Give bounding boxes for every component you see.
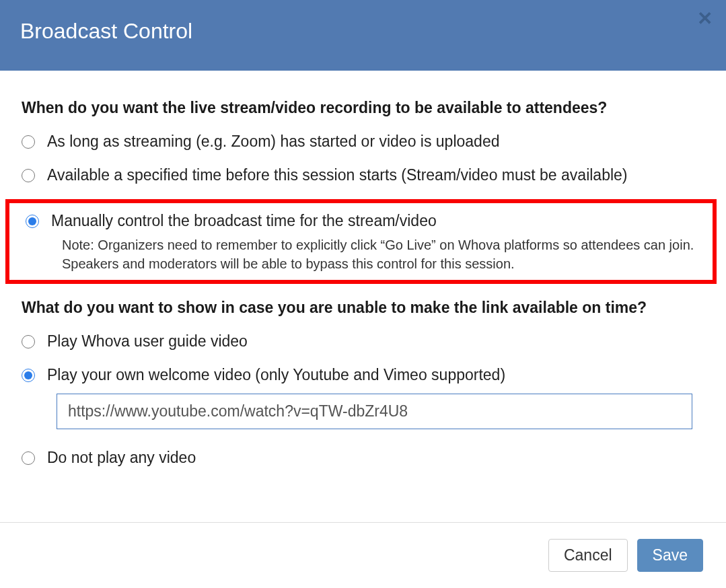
fallback-radio-0[interactable] — [22, 335, 35, 348]
save-button[interactable]: Save — [637, 539, 703, 572]
fallback-option-whova-guide[interactable]: Play Whova user guide video — [22, 332, 704, 352]
modal-title: Broadcast Control — [20, 19, 706, 44]
fallback-radio-1[interactable] — [22, 369, 35, 382]
availability-label-0: As long as streaming (e.g. Zoom) has sta… — [47, 132, 704, 152]
availability-heading: When do you want the live stream/video r… — [22, 98, 704, 118]
modal-header: Broadcast Control ✕ — [0, 0, 726, 71]
fallback-label-0: Play Whova user guide video — [47, 332, 704, 352]
availability-radio-1[interactable] — [22, 169, 35, 182]
availability-label-1: Available a specified time before this s… — [47, 166, 704, 186]
availability-option-specified-time[interactable]: Available a specified time before this s… — [22, 166, 704, 186]
broadcast-control-modal: Broadcast Control ✕ When do you want the… — [0, 0, 726, 588]
modal-body: When do you want the live stream/video r… — [0, 71, 726, 522]
modal-footer: Cancel Save — [0, 522, 726, 588]
note-prefix: Note: — [62, 237, 98, 252]
fallback-label-2: Do not play any video — [47, 448, 704, 468]
availability-radio-0[interactable] — [22, 135, 35, 149]
cancel-button[interactable]: Cancel — [548, 539, 628, 572]
welcome-video-url-input[interactable] — [57, 394, 692, 429]
fallback-label-1: Play your own welcome video (only Youtub… — [47, 365, 704, 385]
highlighted-option-box: Manually control the broadcast time for … — [5, 199, 717, 284]
availability-option-streaming-started[interactable]: As long as streaming (e.g. Zoom) has sta… — [22, 132, 704, 152]
fallback-option-no-video[interactable]: Do not play any video — [22, 448, 704, 468]
fallback-option-own-video[interactable]: Play your own welcome video (only Youtub… — [22, 365, 704, 435]
availability-label-2: Manually control the broadcast time for … — [51, 211, 704, 231]
note-text: Organizers need to remember to explicitl… — [62, 237, 694, 271]
close-icon[interactable]: ✕ — [697, 9, 713, 28]
availability-note-2: Note: Organizers need to remember to exp… — [62, 235, 704, 273]
fallback-heading: What do you want to show in case you are… — [22, 297, 704, 318]
availability-option-manual-control[interactable]: Manually control the broadcast time for … — [26, 211, 704, 273]
availability-radio-2[interactable] — [26, 215, 39, 228]
fallback-radio-2[interactable] — [22, 451, 35, 465]
